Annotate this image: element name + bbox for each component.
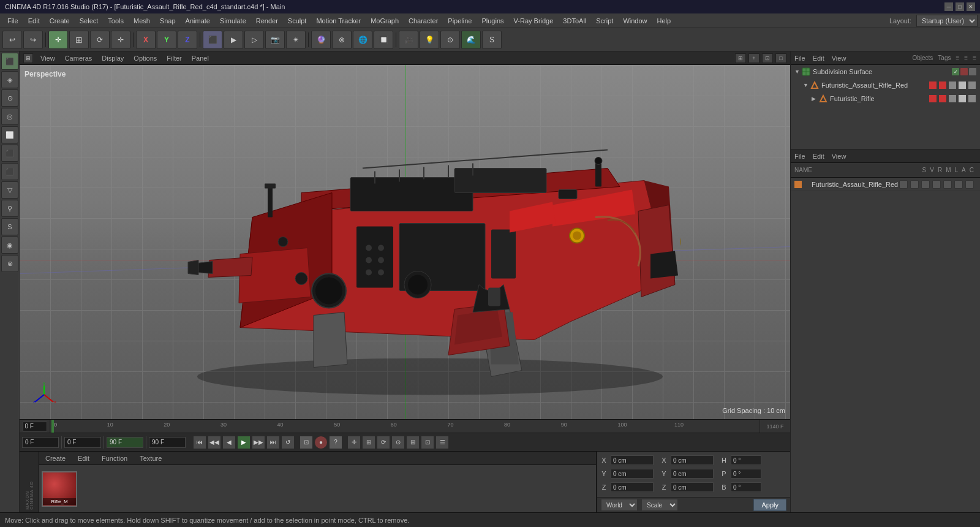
menu-plugins[interactable]: Plugins (477, 16, 508, 26)
toolbar-x-axis[interactable]: X (136, 31, 156, 49)
anim-tool6[interactable]: ⊡ (421, 436, 434, 449)
coord-p-rot[interactable] (731, 469, 761, 479)
anim-next-frame[interactable]: ⏭ (266, 436, 280, 449)
coord-b-rot[interactable] (731, 482, 761, 492)
viewport-toggle-1[interactable]: ⊞ (735, 53, 746, 63)
toolbar-move[interactable]: ✛ (48, 31, 68, 49)
anim-total-field[interactable] (149, 437, 186, 448)
viewport-3d[interactable]: Perspective Grid Spacing : 10 cm Y X Z (20, 65, 790, 419)
coord-z-size[interactable] (671, 482, 714, 492)
maximize-button[interactable]: □ (956, 2, 964, 11)
viewport-filter-menu[interactable]: Filter (164, 55, 184, 62)
anim-prev-key[interactable]: ◀ (222, 436, 236, 449)
toolbar-camera[interactable]: 🎥 (399, 31, 418, 49)
mat-edit-menu[interactable]: Edit (75, 455, 92, 462)
coord-y-pos[interactable] (611, 469, 654, 479)
left-sculpt-mode[interactable]: ⚲ (1, 200, 18, 217)
anim-tool4[interactable]: ⊙ (391, 436, 405, 449)
toolbar-z-axis[interactable]: Z (178, 31, 197, 49)
viewport-view-menu[interactable]: View (38, 55, 58, 62)
toolbar-undo[interactable]: ↩ (2, 31, 22, 49)
menu-sculpt[interactable]: Sculpt (283, 16, 312, 26)
viewport-toggle-4[interactable]: □ (775, 53, 786, 63)
anim-key1[interactable]: ⊡ (300, 436, 313, 449)
viewport-display-menu[interactable]: Display (99, 55, 126, 62)
anim-key2[interactable]: ? (329, 436, 342, 449)
menu-window[interactable]: Window (618, 16, 652, 26)
layout-dropdown[interactable]: Startup (User) (916, 15, 978, 27)
menu-motion-tracker[interactable]: Motion Tracker (311, 16, 366, 26)
toolbar-s-btn[interactable]: S (482, 31, 502, 49)
menu-snap[interactable]: Snap (155, 16, 181, 26)
left-model-mode[interactable]: ⬛ (1, 53, 18, 70)
toolbar-poly-mode[interactable]: 📷 (265, 31, 285, 49)
toolbar-light[interactable]: 💡 (420, 31, 439, 49)
obj-icon2[interactable]: ≡ (964, 55, 968, 61)
viewport-toggle-3[interactable]: ⊡ (762, 53, 773, 63)
coord-scale-dropdown[interactable]: Scale (641, 499, 678, 511)
anim-loop[interactable]: ↺ (281, 436, 295, 449)
left-circle-mode[interactable]: ◉ (1, 237, 18, 254)
toolbar-edge-mode[interactable]: ▷ (244, 31, 264, 49)
anim-move-tool[interactable]: ✛ (347, 436, 361, 449)
coord-z-pos[interactable] (611, 482, 654, 492)
attr-edit-menu[interactable]: Edit (813, 153, 824, 160)
menu-script[interactable]: Script (591, 16, 618, 26)
menu-3dtoall[interactable]: 3DToAll (558, 16, 591, 26)
anim-record[interactable]: ● (314, 436, 328, 449)
coord-world-dropdown[interactable]: World Object (601, 499, 638, 511)
viewport-cameras-menu[interactable]: Cameras (62, 55, 95, 62)
obj-item-rifle[interactable]: ▼ Futuristic_Assault_Rifle_Red (791, 78, 980, 92)
toolbar-obj-mode[interactable]: ⬛ (203, 31, 222, 49)
left-point-mode[interactable]: ◎ (1, 108, 18, 125)
toolbar-rotate[interactable]: ⟳ (90, 31, 110, 49)
left-poly-mode[interactable]: ⊙ (1, 89, 18, 107)
anim-scale-tool[interactable]: ⊞ (362, 436, 375, 449)
anim-tool5[interactable]: ⊞ (406, 436, 420, 449)
viewport-options-menu[interactable]: Options (131, 55, 159, 62)
anim-prev-frame[interactable]: ◀◀ (208, 436, 221, 449)
coord-x-size[interactable] (671, 455, 714, 465)
anim-next-key[interactable]: ▶▶ (252, 436, 265, 449)
menu-help[interactable]: Help (652, 16, 676, 26)
obj-file-menu[interactable]: File (794, 55, 805, 62)
coord-apply-button[interactable]: Apply (753, 499, 786, 511)
menu-character[interactable]: Character (404, 16, 443, 26)
menu-tools[interactable]: Tools (103, 16, 129, 26)
viewport-panel-menu[interactable]: Panel (189, 55, 211, 62)
toolbar-magic[interactable]: 🌊 (461, 31, 481, 49)
toolbar-redo[interactable]: ↪ (23, 31, 43, 49)
toolbar-scale[interactable]: ⊞ (69, 31, 89, 49)
menu-mesh[interactable]: Mesh (129, 16, 155, 26)
toolbar-playback[interactable]: 🔲 (374, 31, 393, 49)
obj-icon1[interactable]: ≡ (956, 55, 959, 61)
anim-tool7[interactable]: ☰ (435, 436, 449, 449)
timeline-track[interactable]: 0 10 20 30 40 50 60 70 80 90 100 110 (50, 420, 760, 433)
anim-play[interactable]: ▶ (237, 436, 251, 449)
anim-rotate-tool[interactable]: ⟳ (377, 436, 390, 449)
coord-x-pos[interactable] (611, 455, 654, 465)
menu-simulate[interactable]: Simulate (215, 16, 251, 26)
mat-create-menu[interactable]: Create (43, 455, 68, 462)
toolbar-snap[interactable]: 🔮 (311, 31, 331, 49)
left-edge-mode[interactable]: ⬜ (1, 126, 18, 143)
attr-file-menu[interactable]: File (794, 153, 805, 160)
menu-vray[interactable]: V-Ray Bridge (509, 16, 559, 26)
menu-mograph[interactable]: MoGraph (366, 16, 404, 26)
viewport-toggle-2[interactable]: + (748, 53, 760, 63)
coord-y-size[interactable] (671, 469, 714, 479)
menu-pipeline[interactable]: Pipeline (443, 16, 477, 26)
mat-texture-menu[interactable]: Texture (137, 455, 164, 462)
toolbar-grid[interactable]: 🌐 (353, 31, 372, 49)
menu-create[interactable]: Create (45, 16, 75, 26)
obj-view-menu[interactable]: View (832, 55, 846, 62)
anim-start-field[interactable] (64, 437, 101, 448)
toolbar-uvw-mode[interactable]: ✴ (286, 31, 306, 49)
mat-function-menu[interactable]: Function (99, 455, 130, 462)
coord-h-rot[interactable] (731, 455, 761, 465)
attr-view-menu[interactable]: View (832, 153, 846, 160)
obj-tags-tab[interactable]: Tags (938, 55, 951, 61)
left-face-mode[interactable]: ⬛ (1, 145, 18, 162)
anim-current-frame[interactable] (22, 437, 59, 448)
close-button[interactable]: ✕ (967, 2, 975, 11)
